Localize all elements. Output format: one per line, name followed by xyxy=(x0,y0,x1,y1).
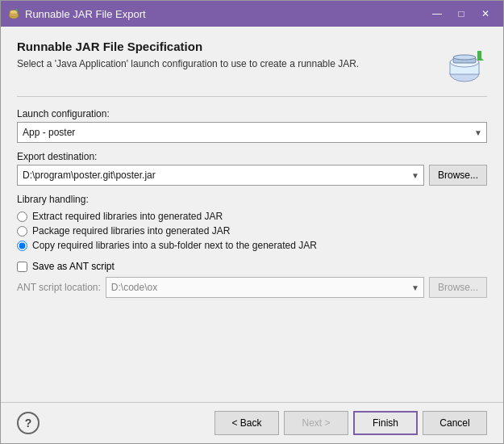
navigation-buttons: < Back Next > Finish Cancel xyxy=(215,411,487,435)
title-bar: Runnable JAR File Export — □ ✕ xyxy=(1,1,503,27)
window-controls: — □ ✕ xyxy=(426,6,497,22)
form-section: Launch configuration: App - poster ▼ Exp… xyxy=(17,108,487,251)
dialog-content: Runnable JAR File Specification Select a… xyxy=(1,27,503,402)
back-button[interactable]: < Back xyxy=(215,411,279,435)
library-radio-extract[interactable] xyxy=(17,212,27,222)
launch-config-field: Launch configuration: App - poster ▼ xyxy=(17,108,487,143)
main-window: Runnable JAR File Export — □ ✕ Runnable … xyxy=(0,0,504,444)
launch-config-select[interactable]: App - poster xyxy=(17,122,487,143)
next-button[interactable]: Next > xyxy=(284,411,348,435)
library-handling-section: Library handling: Extract required libra… xyxy=(17,194,487,251)
cancel-button[interactable]: Cancel xyxy=(423,411,487,435)
library-option-copy[interactable]: Copy required libraries into a sub-folde… xyxy=(17,240,487,251)
window-title: Runnable JAR File Export xyxy=(25,8,426,20)
export-dest-wrapper: D:\program\poster.git\poster.jar ▼ xyxy=(17,165,424,186)
maximize-button[interactable]: □ xyxy=(450,6,473,22)
help-button[interactable]: ? xyxy=(17,412,40,434)
export-dest-field: Export destination: D:\program\poster.gi… xyxy=(17,151,487,186)
header-subtitle: Select a 'Java Application' launch confi… xyxy=(17,58,434,69)
ant-script-select[interactable]: D:\code\ox xyxy=(106,277,424,298)
header-title: Runnable JAR File Specification xyxy=(17,40,434,53)
export-dest-label: Export destination: xyxy=(17,151,487,162)
export-dest-select[interactable]: D:\program\poster.git\poster.jar xyxy=(17,165,424,186)
library-option-package[interactable]: Package required libraries into generate… xyxy=(17,225,487,237)
launch-config-label: Launch configuration: xyxy=(17,108,487,119)
finish-button[interactable]: Finish xyxy=(353,411,418,435)
library-handling-label: Library handling: xyxy=(17,194,487,205)
minimize-button[interactable]: — xyxy=(426,6,448,22)
header-section: Runnable JAR File Specification Select a… xyxy=(17,40,487,85)
header-text: Runnable JAR File Specification Select a… xyxy=(17,40,434,69)
window-icon xyxy=(7,7,20,20)
library-radio-copy[interactable] xyxy=(17,241,27,251)
library-option-package-label: Package required libraries into generate… xyxy=(32,225,230,237)
header-separator xyxy=(17,96,487,97)
svg-point-9 xyxy=(453,55,476,60)
jar-export-icon xyxy=(442,40,487,85)
library-radio-package[interactable] xyxy=(17,226,27,237)
library-option-extract-label: Extract required libraries into generate… xyxy=(32,211,223,222)
ant-checkbox-label[interactable]: Save as ANT script xyxy=(17,261,487,272)
button-bar: ? < Back Next > Finish Cancel xyxy=(1,402,503,443)
launch-config-wrapper: App - poster ▼ xyxy=(17,122,487,143)
library-option-extract[interactable]: Extract required libraries into generate… xyxy=(17,211,487,222)
ant-checkbox-text: Save as ANT script xyxy=(32,261,115,272)
svg-rect-11 xyxy=(477,51,481,59)
ant-script-row: ANT script location: D:\code\ox ▼ Browse… xyxy=(17,277,487,298)
ant-script-location-label: ANT script location: xyxy=(17,282,101,293)
content-spacer xyxy=(17,308,487,389)
ant-checkbox[interactable] xyxy=(17,262,27,272)
ant-browse-button[interactable]: Browse... xyxy=(429,277,487,298)
ant-script-wrapper: D:\code\ox ▼ xyxy=(106,277,424,298)
library-option-copy-label: Copy required libraries into a sub-folde… xyxy=(32,240,317,251)
close-button[interactable]: ✕ xyxy=(474,6,497,22)
export-dest-browse-button[interactable]: Browse... xyxy=(429,165,487,186)
ant-section: Save as ANT script ANT script location: … xyxy=(17,261,487,298)
export-dest-row: D:\program\poster.git\poster.jar ▼ Brows… xyxy=(17,165,487,186)
